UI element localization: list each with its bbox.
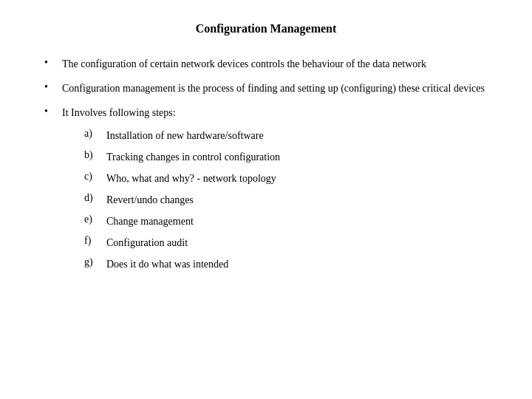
sub-label-g: g) (84, 256, 106, 268)
sub-item-f: f) Configuration audit (84, 235, 488, 250)
bullet-dot-3: • (44, 105, 62, 117)
sub-label-e: e) (84, 214, 106, 225)
sub-text-b: Tracking changes in control configuratio… (106, 149, 488, 165)
page-title: Configuration Management (44, 22, 488, 35)
bullet-text-3: It Involves following steps: (62, 107, 176, 118)
sub-item-g: g) Does it do what was intended (84, 256, 488, 272)
sub-item-d: d) Revert/undo changes (84, 192, 488, 208)
bullet-text-2: Configuration management is the process … (62, 81, 488, 96)
bullet-text-1: The configuration of certain network dev… (62, 56, 488, 72)
sub-text-e: Change management (106, 214, 488, 229)
sub-item-e: e) Change management (84, 214, 488, 229)
bullet-item-2: • Configuration management is the proces… (44, 81, 488, 96)
bullet-dot-2: • (44, 81, 62, 93)
sub-text-a: Installation of new hardware/software (106, 128, 488, 143)
sub-label-a: a) (84, 128, 106, 140)
sub-label-b: b) (84, 149, 106, 161)
sub-item-b: b) Tracking changes in control configura… (84, 149, 488, 165)
sub-label-c: c) (84, 171, 106, 183)
sub-item-a: a) Installation of new hardware/software (84, 128, 488, 143)
sub-text-g: Does it do what was intended (106, 256, 488, 272)
sub-item-c: c) Who, what and why? - network topology (84, 171, 488, 186)
bullet-item-3: • It Involves following steps: a) Instal… (44, 105, 488, 278)
bullet-dot-1: • (44, 56, 62, 69)
sub-label-f: f) (84, 235, 106, 247)
bullet-item-1: • The configuration of certain network d… (44, 56, 488, 72)
page-container: Configuration Management • The configura… (0, 0, 532, 399)
sub-text-d: Revert/undo changes (106, 192, 488, 208)
sub-label-d: d) (84, 192, 106, 204)
sub-list: a) Installation of new hardware/software… (84, 128, 488, 272)
sub-text-c: Who, what and why? - network topology (106, 171, 488, 186)
sub-text-f: Configuration audit (106, 235, 488, 250)
